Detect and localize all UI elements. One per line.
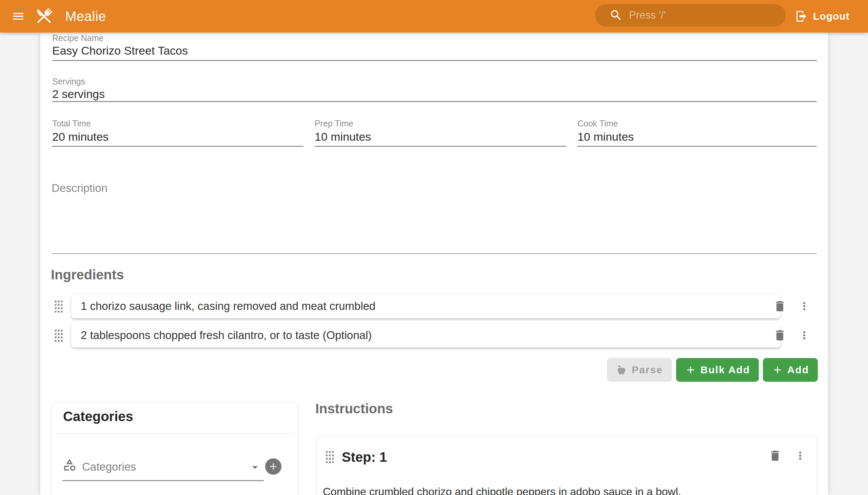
delete-step-icon[interactable] [768,449,782,464]
prep-time-label: Prep Time [314,119,353,129]
add-ingredient-button[interactable]: Add [763,358,818,382]
prep-time-underline [314,146,566,147]
categories-card-title: Categories [63,409,133,424]
instructions-heading: Instructions [315,401,393,416]
description-textarea[interactable] [52,195,817,253]
servings-label: Servings [52,76,85,86]
logout-icon [795,10,807,23]
logout-button[interactable]: Logout [795,0,850,33]
total-time-field[interactable]: 20 minutes [52,130,108,143]
categories-divider [55,433,295,433]
ingredients-heading: Ingredients [51,267,124,283]
add-category-button[interactable] [265,458,282,475]
servings-underline [52,101,817,102]
chevron-down-icon[interactable] [248,460,262,475]
cook-time-label: Cook Time [577,119,618,129]
recipe-name-underline [52,60,817,61]
cook-time-field[interactable]: 10 minutes [577,130,634,143]
ingredient-input[interactable]: 1 chorizo sausage link, casing removed a… [71,294,781,318]
ingredient-drag-handle[interactable] [54,329,64,344]
plus-icon [685,364,696,376]
category-shapes-icon [62,458,76,473]
description-label: Description [52,182,107,194]
servings-field[interactable]: 2 servings [52,87,105,101]
recipe-name-label: Recipe Name [52,33,103,43]
step-more-options-icon[interactable] [794,449,806,463]
app-bar: Mealie Press '/' Logout [0,0,868,33]
ingredient-input[interactable]: 2 tablespoons chopped fresh cilantro, or… [71,323,781,347]
app-title: Mealie [65,0,106,33]
ingredient-text: 2 tablespoons chopped fresh cilantro, or… [81,329,372,342]
ingredient-text: 1 chorizo sausage link, casing removed a… [81,300,375,312]
description-underline [52,253,817,254]
search-icon [609,8,623,22]
step-text-input[interactable]: Combine crumbled chorizo and chipotle pe… [323,485,681,495]
ingredient-drag-handle[interactable] [54,300,64,314]
step-drag-handle[interactable] [325,450,335,465]
step-title: Step: 1 [342,449,387,465]
total-time-underline [52,146,304,147]
ingredient-more-options-icon[interactable] [798,329,810,343]
search-placeholder: Press '/' [629,9,666,21]
cook-time-underline [577,146,817,147]
plus-icon [772,364,783,376]
prep-time-field[interactable]: 10 minutes [314,130,371,143]
categories-select-underline [62,480,264,481]
delete-ingredient-icon[interactable] [773,300,787,314]
logout-label: Logout [813,11,850,22]
mealie-recipe-editor-screen: Mealie Press '/' Logout Recipe Name Easy… [0,0,868,495]
add-button-label: Add [787,364,809,376]
apple-icon [616,364,627,375]
bulk-add-button[interactable]: Bulk Add [676,358,759,382]
hamburger-menu-icon[interactable] [12,10,25,24]
ingredient-more-options-icon[interactable] [798,300,810,313]
parse-button[interactable]: Parse [607,358,672,382]
parse-button-label: Parse [632,364,663,376]
mealie-logo-icon[interactable] [33,5,55,29]
plus-icon [268,461,279,472]
delete-ingredient-icon[interactable] [773,328,787,343]
search-input[interactable]: Press '/' [595,4,786,27]
bulk-add-button-label: Bulk Add [700,364,750,376]
recipe-name-field[interactable]: Easy Chorizo Street Tacos [52,44,188,57]
total-time-label: Total Time [52,119,91,129]
categories-select[interactable]: Categories [82,460,136,473]
